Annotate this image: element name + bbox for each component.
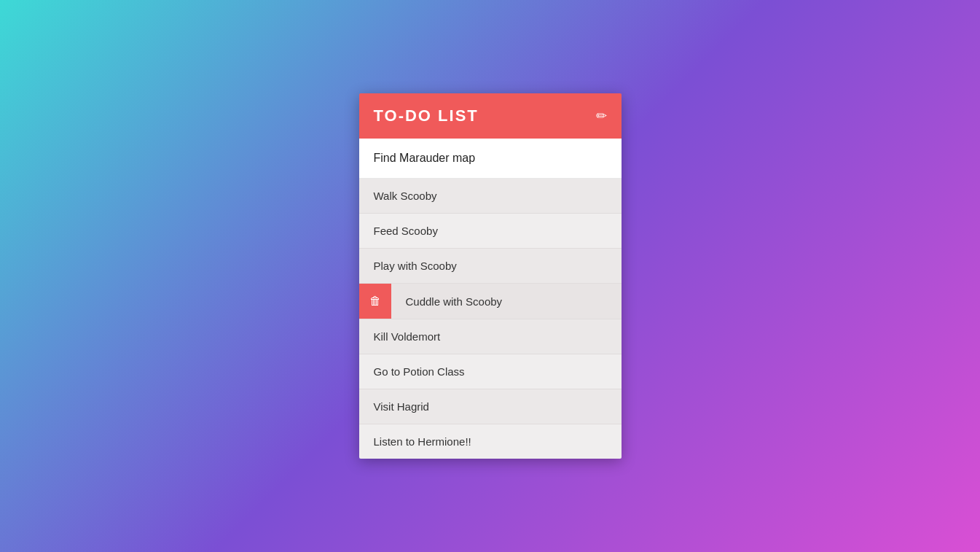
- todo-title: TO-DO LIST: [374, 106, 479, 125]
- todo-item-text: Walk Scooby: [374, 190, 437, 202]
- delete-button[interactable]: 🗑: [359, 284, 391, 319]
- todo-item-text: Go to Potion Class: [374, 365, 465, 378]
- todo-item-text: Find Marauder map: [374, 152, 476, 164]
- list-item[interactable]: Feed Scooby: [359, 214, 622, 249]
- list-item[interactable]: Play with Scooby: [359, 249, 622, 284]
- trash-icon: 🗑: [369, 295, 381, 308]
- list-item[interactable]: Listen to Hermione!!: [359, 424, 622, 459]
- todo-item-text: Feed Scooby: [374, 225, 438, 237]
- list-item[interactable]: Walk Scooby: [359, 179, 622, 214]
- todo-item-text: Listen to Hermione!!: [374, 435, 471, 448]
- edit-icon[interactable]: ✏: [596, 108, 607, 124]
- list-item[interactable]: Visit Hagrid: [359, 389, 622, 424]
- todo-header: TO-DO LIST ✏: [359, 93, 622, 139]
- todo-item-text: Play with Scooby: [374, 260, 457, 272]
- list-item[interactable]: Kill Voldemort: [359, 319, 622, 354]
- todo-list: TO-DO LIST ✏ Find Marauder map Walk Scoo…: [359, 93, 622, 459]
- todo-item-active[interactable]: Find Marauder map: [359, 139, 622, 179]
- todo-item-text: Kill Voldemort: [374, 330, 441, 343]
- todo-item-text[interactable]: Cuddle with Scooby: [391, 284, 622, 319]
- list-item[interactable]: Go to Potion Class: [359, 354, 622, 389]
- todo-item-text: Visit Hagrid: [374, 400, 429, 413]
- list-item-with-delete: 🗑 Cuddle with Scooby: [359, 284, 622, 319]
